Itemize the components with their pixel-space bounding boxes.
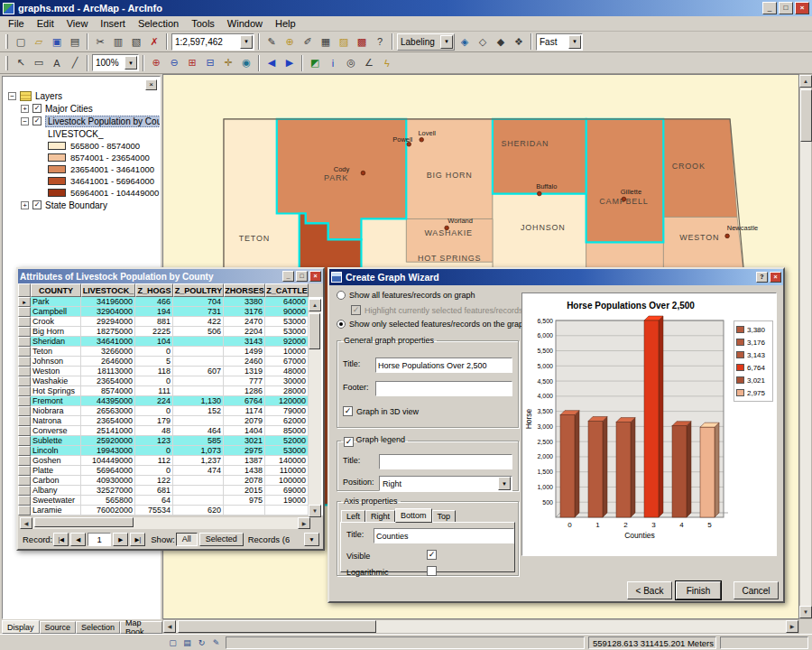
- select-features-icon[interactable]: ◩: [306, 54, 324, 71]
- toc-tab-source[interactable]: Source: [40, 621, 77, 634]
- editor-toolbar-icon[interactable]: ✐: [299, 33, 317, 51]
- row-selector[interactable]: [18, 496, 31, 506]
- legend-checkbox-icon[interactable]: ✓: [344, 437, 354, 447]
- column-header-z-poultry[interactable]: Z_POULTRY: [173, 283, 224, 297]
- toc-tab-map-book[interactable]: Map Book: [120, 621, 162, 634]
- chevron-down-icon[interactable]: ▼: [440, 35, 453, 49]
- table-row[interactable]: Hot Springs8574000111128628000: [18, 386, 323, 396]
- measure-icon[interactable]: ∠: [360, 54, 378, 71]
- radio-icon[interactable]: [337, 320, 346, 329]
- column-header-zhorses[interactable]: ZHORSES: [224, 283, 265, 297]
- row-selector[interactable]: [18, 367, 31, 376]
- table-row[interactable]: Natrona23654000179207962000: [18, 416, 323, 426]
- line-icon[interactable]: ╱: [66, 54, 84, 71]
- axis-title-input[interactable]: [374, 528, 514, 543]
- toc-layer-major-cities[interactable]: + ✓ Major Cities: [8, 102, 160, 115]
- legend-title-input[interactable]: [379, 454, 512, 469]
- collapse-icon[interactable]: −: [21, 117, 29, 125]
- toc-close-icon[interactable]: ×: [145, 79, 157, 90]
- scroll-up-icon[interactable]: ▲: [799, 75, 812, 88]
- column-header-county[interactable]: COUNTY: [31, 283, 81, 297]
- back-button[interactable]: < Back: [627, 581, 672, 599]
- toc-layer-state-boundary[interactable]: + ✓ State Boundary: [8, 199, 160, 211]
- cut-icon[interactable]: ✂: [91, 33, 109, 51]
- table-row[interactable]: Platte5696400004741438110000: [18, 466, 323, 476]
- table-row[interactable]: Teton32660000149910000: [18, 347, 323, 357]
- row-selector[interactable]: [18, 327, 31, 337]
- layout-view-icon[interactable]: ▤: [180, 636, 194, 649]
- scale-combo[interactable]: 1:2,597,462▼: [171, 33, 254, 51]
- scroll-down-icon[interactable]: ▼: [799, 606, 812, 618]
- hyperlink-icon[interactable]: ϟ: [378, 54, 396, 71]
- expand-icon[interactable]: +: [21, 105, 29, 113]
- open-folder-icon[interactable]: ▱: [30, 33, 48, 51]
- maximize-button[interactable]: □: [296, 271, 308, 282]
- row-selector[interactable]: [18, 307, 31, 317]
- row-selector[interactable]: [18, 456, 31, 466]
- last-record-icon[interactable]: ▶|: [130, 533, 145, 546]
- row-selector[interactable]: [18, 347, 31, 357]
- pan-icon[interactable]: ✛: [219, 54, 237, 71]
- window-titlebar[interactable]: graphs.mxd - ArcMap - ArcInfo _ □ ×: [0, 0, 812, 16]
- pencil-icon[interactable]: ✎: [209, 636, 223, 649]
- select-elements-icon[interactable]: ↖: [12, 54, 30, 71]
- back-icon[interactable]: ◀: [263, 54, 281, 71]
- catalog-icon[interactable]: ▨: [335, 33, 353, 51]
- scroll-left-icon[interactable]: ◀: [163, 620, 176, 633]
- show-all-button[interactable]: All: [176, 533, 198, 546]
- scroll-right-icon[interactable]: ▶: [298, 517, 310, 529]
- table-row[interactable]: Crook29294000881422247053000: [18, 317, 323, 327]
- row-selector[interactable]: [18, 486, 31, 496]
- scroll-up-icon[interactable]: ▲: [309, 299, 321, 311]
- delete-icon[interactable]: ✗: [145, 33, 163, 51]
- row-selector[interactable]: [18, 357, 31, 367]
- radio-icon[interactable]: [337, 291, 346, 300]
- print-icon[interactable]: ▤: [66, 33, 84, 51]
- radio-show-all[interactable]: Show all features/records on graph: [337, 291, 475, 300]
- table-row[interactable]: Sheridan34641000104314392000: [18, 337, 323, 347]
- text-icon[interactable]: A: [48, 54, 66, 71]
- menu-window[interactable]: Window: [221, 17, 269, 30]
- chevron-down-icon[interactable]: ▼: [240, 35, 253, 49]
- record-number-input[interactable]: [88, 533, 111, 546]
- toolbar-grip[interactable]: [5, 34, 8, 49]
- collapse-icon[interactable]: −: [8, 92, 16, 100]
- axis-tab-right[interactable]: Right: [365, 510, 395, 523]
- county-campbell[interactable]: [586, 119, 664, 243]
- refresh-icon[interactable]: ↻: [195, 636, 208, 649]
- rectangle-icon[interactable]: ▭: [30, 54, 48, 71]
- radio-show-selected[interactable]: Show only selected features/records on t…: [337, 320, 528, 329]
- copy-icon[interactable]: ▥: [109, 33, 127, 51]
- zoom-out-icon[interactable]: ⊖: [165, 54, 183, 71]
- scroll-left-icon[interactable]: ◀: [20, 517, 32, 529]
- menu-edit[interactable]: Edit: [31, 17, 60, 30]
- row-selector[interactable]: [18, 476, 31, 486]
- row-selector[interactable]: [18, 386, 31, 396]
- row-selector[interactable]: [18, 337, 31, 347]
- next-record-icon[interactable]: ▶: [113, 533, 128, 546]
- maximize-button[interactable]: □: [779, 2, 793, 14]
- graph-title-input[interactable]: [375, 358, 512, 373]
- data-view-icon[interactable]: ▢: [166, 636, 180, 649]
- cancel-button[interactable]: Cancel: [734, 581, 779, 599]
- forward-icon[interactable]: ▶: [281, 54, 299, 71]
- paste-icon[interactable]: ▧: [127, 33, 145, 51]
- table-row[interactable]: ▸Park34196000466704338064000: [18, 297, 323, 307]
- toc-root-layers[interactable]: − Layers: [8, 89, 160, 102]
- table-row[interactable]: Johnson26460005246067000: [18, 357, 323, 367]
- checkbox-3d-view[interactable]: ✓ Graph in 3D view: [343, 406, 419, 416]
- axis-tab-top[interactable]: Top: [432, 510, 457, 523]
- row-selector[interactable]: [18, 317, 31, 327]
- menu-file[interactable]: File: [2, 17, 31, 30]
- speed-combo[interactable]: Fast▼: [536, 33, 583, 51]
- save-icon[interactable]: ▣: [48, 33, 66, 51]
- label-priority-icon[interactable]: ◇: [474, 33, 492, 51]
- table-row[interactable]: Lincoln1994300001,073297553000: [18, 446, 323, 456]
- row-selector[interactable]: [18, 416, 31, 426]
- row-selector[interactable]: [18, 396, 31, 406]
- table-row[interactable]: Weston18113000118607131948000: [18, 367, 323, 376]
- labeling-menu[interactable]: Labeling▼: [397, 33, 455, 51]
- layer-checkbox[interactable]: ✓: [32, 104, 42, 113]
- layer-checkbox[interactable]: ✓: [32, 116, 42, 125]
- attributes-titlebar[interactable]: Attributes of Livestock Population by Co…: [18, 269, 323, 283]
